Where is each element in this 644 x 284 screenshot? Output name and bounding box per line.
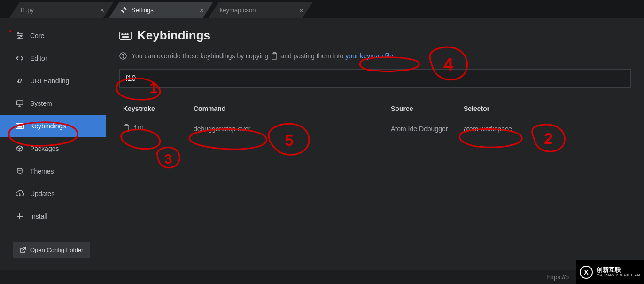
col-selector[interactable]: Selector — [460, 99, 631, 118]
sidebar-item-label: Packages — [30, 145, 59, 152]
sidebar-item-core[interactable]: Core — [0, 24, 106, 47]
keyboard-icon — [119, 32, 132, 40]
cell-selector: atom-workspace — [460, 118, 631, 139]
tab-file-keymap[interactable]: keymap.cson × — [209, 2, 313, 18]
svg-rect-9 — [16, 124, 24, 129]
svg-rect-6 — [17, 101, 23, 105]
sidebar-item-label: Themes — [30, 167, 54, 175]
search-input[interactable] — [119, 69, 631, 88]
svg-rect-26 — [123, 37, 128, 38]
sidebar-item-system[interactable]: System — [0, 92, 106, 115]
tab-label: Settings — [132, 7, 154, 14]
paintcan-icon — [15, 167, 24, 175]
svg-rect-14 — [18, 127, 22, 127]
sidebar-item-label: Updates — [30, 190, 54, 197]
clipboard-icon[interactable] — [123, 124, 130, 132]
keyboard-icon — [15, 123, 24, 129]
sidebar-item-label: Keybindings — [30, 122, 66, 130]
tab-bar: t1.py × Settings × keymap.cson × — [0, 0, 644, 18]
svg-point-22 — [122, 34, 123, 35]
table-header-row: Keystroke Command Source Selector — [119, 99, 631, 118]
svg-point-4 — [21, 35, 22, 37]
external-link-icon — [20, 247, 26, 253]
sidebar-item-editor[interactable]: Editor — [0, 47, 106, 70]
tab-label: keymap.cson — [220, 7, 256, 14]
sidebar-item-keybindings[interactable]: Keybindings — [0, 115, 106, 137]
sidebar-item-label: Editor — [30, 55, 47, 62]
svg-point-11 — [18, 125, 19, 125]
col-keystroke[interactable]: Keystroke — [119, 99, 190, 118]
svg-point-16 — [17, 168, 22, 170]
sidebar-item-uri-handling[interactable]: URI Handling — [0, 70, 106, 92]
sidebar-item-label: Install — [30, 213, 47, 220]
title-text: Keybindings — [137, 28, 210, 43]
svg-point-10 — [17, 125, 17, 125]
button-label: Open Config Folder — [30, 246, 83, 253]
sliders-icon — [15, 32, 24, 39]
cell-command: debugger:step-over — [190, 118, 387, 139]
svg-point-5 — [19, 38, 20, 39]
cloud-download-icon — [15, 190, 24, 197]
main-area: Core Editor URI Handling System Keybindi — [0, 18, 644, 284]
hint-mid: and pasting them into — [280, 52, 343, 60]
sidebar-item-packages[interactable]: Packages — [0, 137, 106, 160]
close-icon[interactable]: × — [100, 6, 104, 14]
sidebar-item-label: Core — [30, 32, 44, 39]
col-source[interactable]: Source — [387, 99, 460, 118]
package-icon — [15, 145, 24, 152]
status-bar: https://b — [0, 270, 644, 284]
hint-prefix: You can override these keybindings by co… — [132, 52, 268, 60]
tab-settings[interactable]: Settings × — [109, 2, 213, 18]
sidebar-item-updates[interactable]: Updates — [0, 182, 106, 205]
sidebar-item-label: System — [30, 100, 52, 107]
table-row[interactable]: f10 debugger:step-over Atom Ide Debugger… — [119, 118, 631, 139]
svg-point-23 — [124, 34, 124, 35]
clipboard-icon — [271, 52, 278, 60]
tab-label: t1.py — [21, 7, 34, 14]
sidebar-item-install[interactable]: Install — [0, 205, 106, 228]
watermark-py: CHUANG XIN HU LIAN — [597, 274, 640, 278]
sidebar-item-label: URI Handling — [30, 77, 69, 85]
svg-point-28 — [123, 57, 123, 58]
watermark-logo-icon: X — [580, 266, 593, 279]
cell-keystroke: f10 — [134, 124, 143, 132]
svg-point-3 — [18, 33, 19, 34]
sidebar-item-themes[interactable]: Themes — [0, 160, 106, 182]
tab-file-t1[interactable]: t1.py × — [9, 2, 114, 18]
svg-rect-21 — [120, 32, 131, 39]
svg-point-12 — [20, 125, 20, 125]
open-config-folder-button[interactable]: Open Config Folder — [13, 242, 90, 258]
keybindings-table: Keystroke Command Source Selector f10 — [119, 99, 631, 139]
close-icon[interactable]: × — [200, 6, 204, 14]
code-icon — [15, 55, 24, 62]
tools-icon — [120, 6, 128, 14]
question-icon — [119, 52, 127, 60]
keymap-file-link[interactable]: your keymap file — [345, 52, 393, 60]
svg-point-24 — [125, 34, 126, 35]
status-url: https://b — [547, 274, 569, 281]
monitor-icon — [15, 100, 24, 107]
watermark: X 创新互联 CHUANG XIN HU LIAN — [576, 260, 644, 284]
svg-line-20 — [23, 247, 26, 251]
watermark-cn: 创新互联 — [597, 267, 640, 273]
svg-point-13 — [21, 125, 22, 125]
link-icon — [15, 77, 24, 85]
cell-source: Atom Ide Debugger — [387, 118, 460, 139]
col-command[interactable]: Command — [190, 99, 387, 118]
content-panel: Keybindings You can override these keybi… — [106, 18, 644, 284]
hint-text: You can override these keybindings by co… — [119, 52, 631, 60]
svg-point-25 — [127, 34, 128, 35]
plus-icon — [15, 213, 24, 220]
close-icon[interactable]: × — [299, 6, 303, 14]
settings-sidebar: Core Editor URI Handling System Keybindi — [0, 18, 106, 284]
page-title: Keybindings — [119, 28, 631, 43]
